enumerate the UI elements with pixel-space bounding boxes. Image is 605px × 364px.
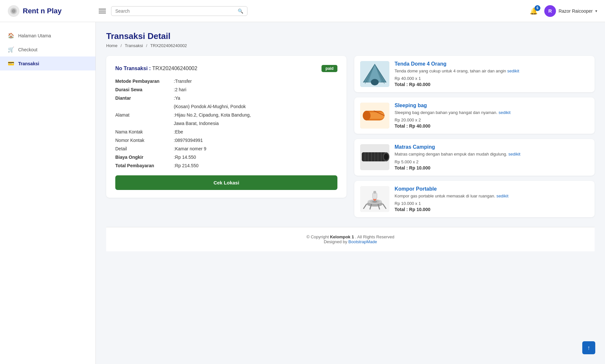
transaction-number-area: No Transaksi : TRX202406240002 (115, 66, 197, 71)
tx-label: Diantar (115, 95, 174, 101)
main-content: Transaksi Detail Home / Transaksi / TRX2… (96, 22, 605, 364)
breadcrumb-home[interactable]: Home (106, 43, 118, 48)
logo-area: Rent n Play (8, 5, 99, 17)
tx-label (115, 104, 174, 109)
notification-button[interactable]: 🔔 6 (530, 7, 538, 15)
tx-value: :Rp 14.550 (174, 155, 337, 160)
cek-lokasi-button[interactable]: Cek Lokasi (115, 175, 337, 190)
header-right: 🔔 6 R Razor Raicooper ▾ (530, 5, 597, 17)
logo-icon (8, 5, 19, 17)
user-menu[interactable]: R Razor Raicooper ▾ (544, 5, 597, 17)
header: Rent n Play 🔍 🔔 6 R Razor Raicooper ▾ (0, 0, 605, 22)
tx-value: :Ya (174, 95, 337, 101)
product-desc-sleeping: Sleeping bag dengan bahan yang hangat da… (395, 110, 589, 116)
transaction-icon: 💳 (8, 60, 14, 67)
search-input[interactable] (115, 8, 238, 14)
tx-value: :Hijau No.2, Cipadung, Kota Bandung, (174, 112, 337, 118)
search-bar: 🔍 (111, 6, 247, 16)
footer-designer: Designed by BootstrapMade (113, 239, 587, 244)
cart-icon: 🛒 (8, 46, 14, 53)
svg-point-12 (363, 111, 371, 120)
notification-badge: 6 (535, 5, 540, 11)
breadcrumb-current: TRX202406240002 (150, 43, 187, 48)
product-name-kompor: Kompor Portable (395, 186, 589, 192)
product-name-tenda: Tenda Dome 4 Orang (395, 61, 589, 67)
product-card-matras: Matras Camping Matras camping dengan bah… (354, 139, 595, 175)
product-image-kompor (360, 186, 389, 212)
product-price-tenda: Rp 40.000 x 1 (395, 76, 589, 81)
product-info-kompor: Kompor Portable Kompor gas portable untu… (395, 186, 589, 212)
sidebar-item-checkout[interactable]: 🛒 Checkout (0, 43, 95, 56)
tx-row-duration: Durasi Sewa :2 hari (115, 87, 337, 92)
tx-row-diantar: Diantar :Ya (115, 95, 337, 101)
content-grid: No Transaksi : TRX202406240002 paid Meto… (106, 56, 595, 217)
scroll-top-button[interactable]: ↑ (582, 341, 595, 354)
tx-row-alamat: Alamat :Hijau No.2, Cipadung, Kota Bandu… (115, 112, 337, 118)
breadcrumb-sep-1: / (120, 43, 122, 48)
tx-row-ongkir: Biaya Ongkir :Rp 14.550 (115, 155, 337, 160)
sedikit-link-tenda[interactable]: sedikit (507, 69, 519, 73)
product-desc-tenda: Tenda dome yang cukup untuk 4 orang, tah… (395, 68, 589, 74)
tx-value: Jawa Barat, Indonesia (174, 121, 337, 126)
tx-label: Detail (115, 146, 174, 151)
transaction-number-label: No Transaksi : (115, 66, 151, 71)
tx-value: (Kosan) Pondok Al-Mughni, Pondok (174, 104, 337, 109)
tx-value: :08979394991 (174, 138, 337, 143)
product-image-tenda (360, 61, 389, 87)
product-total-matras: Total : Rp 10.000 (395, 165, 589, 170)
svg-rect-35 (373, 191, 376, 194)
footer-bold: Kelompok 1 (330, 234, 354, 239)
svg-rect-14 (362, 152, 386, 161)
sedikit-link-sleeping[interactable]: sedikit (498, 110, 510, 115)
sidebar-item-transaksi[interactable]: 💳 Transaksi (0, 56, 95, 70)
breadcrumb-section[interactable]: Transaksi (125, 43, 143, 48)
sedikit-link-matras[interactable]: sedikit (509, 152, 521, 157)
sidebar: 🏠 Halaman Utama 🛒 Checkout 💳 Transaksi (0, 22, 96, 364)
tx-label: Metode Pembayaran (115, 79, 174, 84)
paid-badge: paid (321, 65, 337, 72)
tx-row-total: Total Pembayaran :Rp 214.550 (115, 163, 337, 168)
tx-row-payment: Metode Pembayaran :Transfer (115, 79, 337, 84)
sedikit-link-kompor[interactable]: sedikit (497, 194, 509, 198)
tx-value: :Rp 214.550 (174, 163, 337, 168)
tx-label: Nomor Kontak (115, 138, 174, 143)
chevron-down-icon: ▾ (595, 9, 597, 13)
tx-label (115, 121, 174, 126)
product-info-matras: Matras Camping Matras camping dengan bah… (395, 144, 589, 170)
footer-designer-link[interactable]: BootstrapMade (348, 239, 377, 244)
sidebar-item-halaman-utama[interactable]: 🏠 Halaman Utama (0, 29, 95, 43)
svg-point-16 (384, 154, 388, 160)
user-name: Razor Raicooper (559, 8, 593, 14)
sidebar-item-label: Checkout (18, 47, 37, 52)
tx-row-detail: Detail :Kamar nomer 9 (115, 146, 337, 151)
hamburger-menu[interactable] (99, 9, 106, 13)
footer: © Copyright Kelompok 1 . All Rights Rese… (106, 227, 595, 251)
tx-row-nomor: Nomor Kontak :08979394991 (115, 138, 337, 143)
layout: 🏠 Halaman Utama 🛒 Checkout 💳 Transaksi T… (0, 22, 605, 364)
product-total-kompor: Total : Rp 10.000 (395, 207, 589, 212)
product-name-sleeping: Sleeping bag (395, 103, 589, 108)
product-image-sleeping (360, 103, 389, 129)
search-icon: 🔍 (238, 8, 243, 14)
tx-label: Total Pembayaran (115, 163, 174, 168)
tx-label: Biaya Ongkir (115, 155, 174, 160)
transaction-card: No Transaksi : TRX202406240002 paid Meto… (106, 56, 347, 198)
product-price-kompor: Rp 10.000 x 1 (395, 201, 589, 206)
tx-row-alamat2: Jawa Barat, Indonesia (115, 121, 337, 126)
product-desc-matras: Matras camping dengan bahan empuk dan mu… (395, 151, 589, 157)
product-list: Tenda Dome 4 Orang Tenda dome yang cukup… (354, 56, 595, 217)
user-avatar: R (544, 5, 556, 17)
tx-value: :2 hari (174, 87, 337, 92)
home-icon: 🏠 (8, 32, 14, 39)
product-info-sleeping: Sleeping bag Sleeping bag dengan bahan y… (395, 103, 589, 129)
breadcrumb: Home / Transaksi / TRX202406240002 (106, 43, 595, 48)
logo-text: Rent n Play (23, 7, 62, 15)
breadcrumb-sep-2: / (146, 43, 147, 48)
product-card-tenda: Tenda Dome 4 Orang Tenda dome yang cukup… (354, 56, 595, 92)
sidebar-item-label: Transaksi (18, 61, 39, 66)
footer-copyright: © Copyright Kelompok 1 . All Rights Rese… (113, 234, 587, 239)
product-card-kompor: Kompor Portable Kompor gas portable untu… (354, 181, 595, 217)
tx-row-nama: Nama Kontak :Ebe (115, 129, 337, 134)
tx-value: :Ebe (174, 129, 337, 134)
page-title: Transaksi Detail (106, 31, 595, 41)
